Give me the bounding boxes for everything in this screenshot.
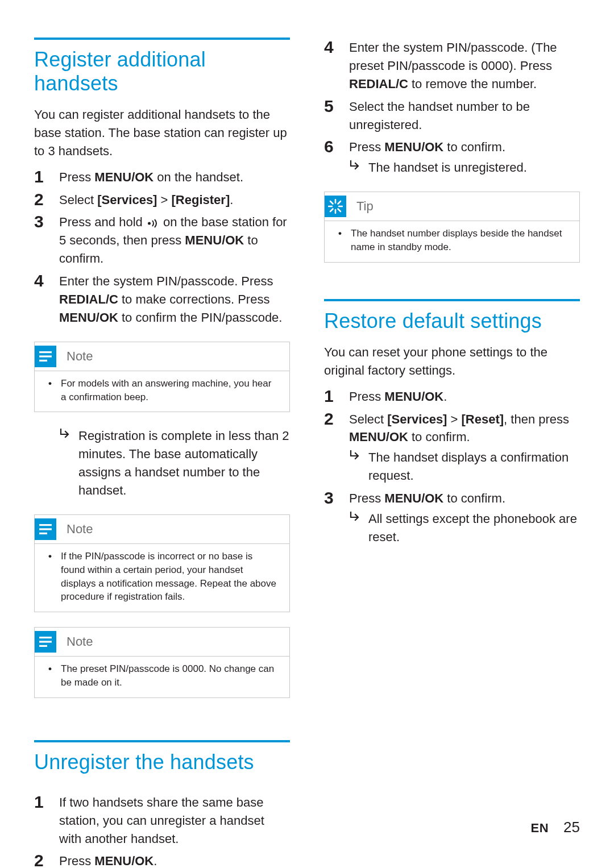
right-column: 4Enter the system PIN/passcode. (The pre… — [324, 34, 580, 868]
svg-rect-8 — [39, 641, 52, 643]
step-item: 2Select [Services] > [Reset], then press… — [324, 409, 580, 485]
svg-point-0 — [148, 222, 151, 225]
result-text: The handset displays a confirmation requ… — [368, 448, 580, 485]
callout-text: For models with an answering machine, yo… — [61, 377, 278, 404]
steps-unregister: 1If two handsets share the same base sta… — [34, 792, 290, 868]
step-number: 5 — [324, 97, 339, 115]
callout-title: Note — [67, 634, 93, 649]
step-text: If two handsets share the same base stat… — [59, 792, 290, 848]
result-block: All settings except the phonebook are re… — [349, 510, 580, 546]
svg-rect-7 — [39, 637, 52, 638]
svg-line-16 — [338, 201, 341, 204]
left-column: Register additional handsets You can reg… — [34, 34, 290, 868]
note-icon — [35, 518, 56, 540]
page-content: Register additional handsets You can reg… — [34, 34, 580, 868]
step-number: 1 — [34, 167, 49, 186]
arrow-icon — [349, 448, 362, 461]
signal-icon — [146, 219, 160, 228]
result-block: Registration is complete in less than 2 … — [59, 427, 290, 500]
step-item: 2Press MENU/OK. — [34, 851, 290, 868]
step-text: Press MENU/OK. — [349, 387, 580, 406]
svg-line-15 — [338, 209, 341, 212]
callout-body: •If the PIN/passcode is incorrect or no … — [35, 544, 289, 612]
section-title-unregister: Unregister the handsets — [34, 750, 290, 774]
section-intro: You can reset your phone settings to the… — [324, 343, 580, 380]
step-item: 2Select [Services] > [Register]. — [34, 190, 290, 209]
step-text: Press MENU/OK to confirm.The handset is … — [349, 137, 580, 177]
section-intro: You can register additional handsets to … — [34, 106, 290, 160]
result-text: All settings except the phonebook are re… — [368, 510, 580, 546]
step-number: 4 — [34, 271, 49, 290]
callout-body: •For models with an answering machine, y… — [35, 371, 289, 412]
step-text: Press MENU/OK on the handset. — [59, 167, 290, 186]
step-text: Select [Services] > [Register]. — [59, 190, 290, 209]
step-item: 1Press MENU/OK. — [324, 387, 580, 406]
result-text: The handset is unregistered. — [368, 159, 527, 177]
callout-title: Note — [67, 349, 93, 364]
callout-body: •The preset PIN/passcode is 0000. No cha… — [35, 657, 289, 697]
step-number: 1 — [324, 387, 339, 405]
steps-unregister-continued: 4Enter the system PIN/passcode. (The pre… — [324, 38, 580, 177]
step-number: 3 — [34, 212, 49, 231]
result-block: The handset is unregistered. — [349, 159, 580, 177]
result-block: The handset displays a confirmation requ… — [349, 448, 580, 485]
callout-text: The handset number displays beside the h… — [351, 227, 568, 254]
section-divider — [34, 38, 290, 40]
step-item: 5Select the handset number to be unregis… — [324, 97, 580, 134]
steps-restore: 1Press MENU/OK.2Select [Services] > [Res… — [324, 387, 580, 546]
tip-icon — [325, 196, 346, 217]
section-divider — [324, 299, 580, 301]
step-item: 1If two handsets share the same base sta… — [34, 792, 290, 848]
note-callout: Note •If the PIN/passcode is incorrect o… — [34, 514, 290, 612]
step-number: 2 — [324, 409, 339, 428]
step-text: Press MENU/OK. — [59, 851, 290, 868]
callout-body: •The handset number displays beside the … — [325, 221, 579, 262]
result-text: Registration is complete in less than 2 … — [78, 427, 290, 500]
step-number: 2 — [34, 851, 49, 868]
callout-header: Note — [35, 342, 289, 371]
arrow-icon — [349, 159, 362, 171]
callout-header: Note — [35, 515, 289, 544]
step-item: 4Enter the system PIN/passcode. (The pre… — [324, 38, 580, 93]
callout-text: If the PIN/passcode is incorrect or no b… — [61, 550, 278, 604]
step-number: 6 — [324, 137, 339, 156]
callout-title: Tip — [356, 199, 374, 214]
svg-rect-9 — [39, 645, 47, 647]
step-item: 4Enter the system PIN/passcode. Press RE… — [34, 271, 290, 327]
step-text: Select [Services] > [Reset], then press … — [349, 409, 580, 485]
callout-text: The preset PIN/passcode is 0000. No chan… — [61, 662, 278, 690]
note-callout: Note •The preset PIN/passcode is 0000. N… — [34, 627, 290, 698]
step-item: 3Press MENU/OK to confirm.All settings e… — [324, 488, 580, 546]
callout-header: Note — [35, 628, 289, 657]
step-item: 1Press MENU/OK on the handset. — [34, 167, 290, 186]
section-title-restore: Restore default settings — [324, 309, 580, 333]
step-text: Press MENU/OK to confirm.All settings ex… — [349, 488, 580, 546]
callout-header: Tip — [325, 192, 579, 221]
arrow-icon — [349, 510, 362, 522]
callout-title: Note — [67, 522, 93, 537]
step-text: Enter the system PIN/passcode. (The pres… — [349, 38, 580, 93]
steps-register: 1Press MENU/OK on the handset.2Select [S… — [34, 167, 290, 327]
svg-rect-3 — [39, 360, 47, 362]
tip-callout: Tip •The handset number displays beside … — [324, 192, 580, 263]
footer-lang: EN — [531, 821, 549, 836]
note-icon — [35, 346, 56, 367]
step-number: 4 — [324, 38, 339, 56]
svg-rect-2 — [39, 355, 52, 357]
svg-rect-6 — [39, 533, 47, 534]
svg-rect-5 — [39, 528, 52, 530]
step-number: 3 — [324, 488, 339, 507]
arrow-icon — [59, 427, 72, 439]
svg-rect-1 — [39, 351, 52, 353]
step-number: 2 — [34, 190, 49, 209]
step-text: Press and hold on the base station for 5… — [59, 212, 290, 268]
footer-page-number: 25 — [563, 819, 580, 836]
svg-rect-4 — [39, 524, 52, 526]
step-number: 1 — [34, 792, 49, 811]
svg-line-17 — [330, 209, 333, 212]
svg-line-14 — [330, 201, 333, 204]
step-text: Select the handset number to be unregist… — [349, 97, 580, 134]
step-item: 6Press MENU/OK to confirm.The handset is… — [324, 137, 580, 177]
note-callout: Note •For models with an answering machi… — [34, 342, 290, 413]
section-title-register: Register additional handsets — [34, 48, 290, 95]
